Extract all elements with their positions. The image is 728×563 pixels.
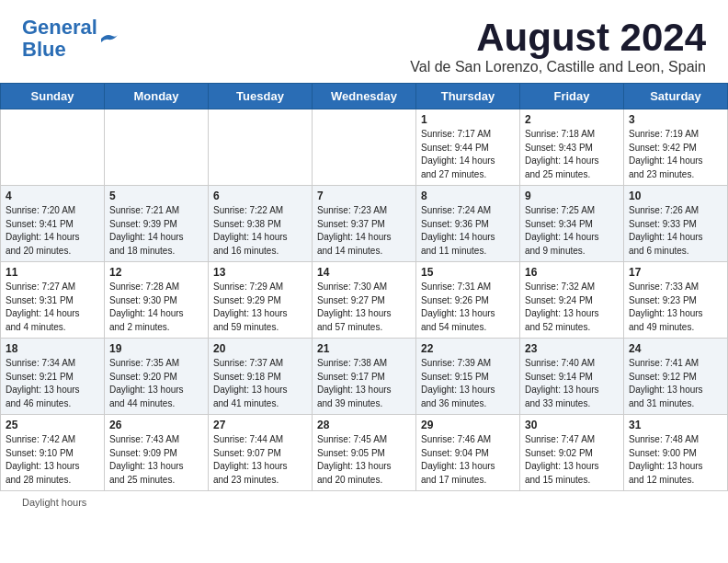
day-info: Sunrise: 7:42 AM Sunset: 9:10 PM Dayligh… [6, 433, 99, 487]
day-info: Sunrise: 7:48 AM Sunset: 9:00 PM Dayligh… [629, 433, 722, 487]
day-number: 9 [525, 190, 619, 202]
calendar-week-row: 1Sunrise: 7:17 AM Sunset: 9:44 PM Daylig… [1, 109, 728, 186]
calendar-cell: 13Sunrise: 7:29 AM Sunset: 9:29 PM Dayli… [209, 262, 313, 339]
header-day-thursday: Thursday [416, 84, 520, 109]
calendar-cell: 21Sunrise: 7:38 AM Sunset: 9:17 PM Dayli… [313, 339, 416, 415]
footer: Daylight hours [0, 491, 728, 513]
calendar-cell: 1Sunrise: 7:17 AM Sunset: 9:44 PM Daylig… [416, 109, 520, 186]
day-number: 22 [421, 342, 515, 355]
day-info: Sunrise: 7:30 AM Sunset: 9:27 PM Dayligh… [317, 281, 411, 334]
day-info: Sunrise: 7:35 AM Sunset: 9:20 PM Dayligh… [109, 357, 203, 410]
location: Val de San Lorenzo, Castille and Leon, S… [410, 59, 706, 75]
day-number: 8 [421, 190, 515, 202]
calendar-cell: 9Sunrise: 7:25 AM Sunset: 9:34 PM Daylig… [520, 186, 624, 262]
calendar-cell: 22Sunrise: 7:39 AM Sunset: 9:15 PM Dayli… [416, 339, 520, 415]
header-day-friday: Friday [520, 84, 624, 109]
day-info: Sunrise: 7:32 AM Sunset: 9:24 PM Dayligh… [525, 281, 619, 334]
calendar-body: 1Sunrise: 7:17 AM Sunset: 9:44 PM Daylig… [1, 109, 728, 491]
header-day-wednesday: Wednesday [313, 84, 416, 109]
day-number: 31 [629, 419, 722, 431]
calendar-cell: 17Sunrise: 7:33 AM Sunset: 9:23 PM Dayli… [624, 262, 728, 339]
day-number: 23 [525, 342, 619, 355]
calendar-cell: 23Sunrise: 7:40 AM Sunset: 9:14 PM Dayli… [520, 339, 624, 415]
day-number: 15 [421, 266, 515, 279]
day-info: Sunrise: 7:46 AM Sunset: 9:04 PM Dayligh… [421, 433, 515, 487]
header-day-sunday: Sunday [1, 84, 105, 109]
day-number: 16 [525, 266, 619, 279]
day-info: Sunrise: 7:25 AM Sunset: 9:34 PM Dayligh… [525, 204, 619, 258]
day-number: 2 [525, 113, 619, 126]
day-number: 4 [6, 190, 99, 202]
calendar-cell: 18Sunrise: 7:34 AM Sunset: 9:21 PM Dayli… [1, 339, 105, 415]
calendar-cell: 31Sunrise: 7:48 AM Sunset: 9:00 PM Dayli… [624, 415, 728, 491]
day-number: 29 [421, 419, 515, 431]
day-number: 17 [629, 266, 722, 279]
calendar-table: SundayMondayTuesdayWednesdayThursdayFrid… [0, 83, 728, 491]
calendar-cell: 26Sunrise: 7:43 AM Sunset: 9:09 PM Dayli… [105, 415, 209, 491]
day-info: Sunrise: 7:41 AM Sunset: 9:12 PM Dayligh… [629, 357, 722, 410]
header-day-saturday: Saturday [624, 84, 728, 109]
day-number: 12 [109, 266, 203, 279]
calendar-week-row: 25Sunrise: 7:42 AM Sunset: 9:10 PM Dayli… [1, 415, 728, 491]
calendar-cell: 12Sunrise: 7:28 AM Sunset: 9:30 PM Dayli… [105, 262, 209, 339]
day-info: Sunrise: 7:18 AM Sunset: 9:43 PM Dayligh… [525, 128, 619, 181]
day-info: Sunrise: 7:20 AM Sunset: 9:41 PM Dayligh… [6, 204, 99, 258]
calendar-cell: 11Sunrise: 7:27 AM Sunset: 9:31 PM Dayli… [1, 262, 105, 339]
header-day-tuesday: Tuesday [209, 84, 313, 109]
calendar-cell [1, 109, 105, 186]
calendar-cell: 15Sunrise: 7:31 AM Sunset: 9:26 PM Dayli… [416, 262, 520, 339]
day-info: Sunrise: 7:40 AM Sunset: 9:14 PM Dayligh… [525, 357, 619, 410]
day-info: Sunrise: 7:29 AM Sunset: 9:29 PM Dayligh… [213, 281, 307, 334]
day-number: 1 [421, 113, 515, 126]
day-number: 24 [629, 342, 722, 355]
calendar-cell: 10Sunrise: 7:26 AM Sunset: 9:33 PM Dayli… [624, 186, 728, 262]
day-number: 13 [213, 266, 307, 279]
day-number: 3 [629, 113, 722, 126]
page-header: GeneralBlue August 2024 Val de San Loren… [0, 0, 728, 83]
day-number: 27 [213, 419, 307, 431]
day-info: Sunrise: 7:26 AM Sunset: 9:33 PM Dayligh… [629, 204, 722, 258]
day-info: Sunrise: 7:31 AM Sunset: 9:26 PM Dayligh… [421, 281, 515, 334]
day-info: Sunrise: 7:23 AM Sunset: 9:37 PM Dayligh… [317, 204, 411, 258]
day-number: 14 [317, 266, 411, 279]
calendar-cell: 4Sunrise: 7:20 AM Sunset: 9:41 PM Daylig… [1, 186, 105, 262]
day-info: Sunrise: 7:43 AM Sunset: 9:09 PM Dayligh… [109, 433, 203, 487]
day-number: 21 [317, 342, 411, 355]
day-info: Sunrise: 7:21 AM Sunset: 9:39 PM Dayligh… [109, 204, 203, 258]
calendar-cell: 16Sunrise: 7:32 AM Sunset: 9:24 PM Dayli… [520, 262, 624, 339]
day-number: 25 [6, 419, 99, 431]
day-info: Sunrise: 7:34 AM Sunset: 9:21 PM Dayligh… [6, 357, 99, 410]
calendar-cell: 28Sunrise: 7:45 AM Sunset: 9:05 PM Dayli… [313, 415, 416, 491]
calendar-cell [313, 109, 416, 186]
calendar-cell: 29Sunrise: 7:46 AM Sunset: 9:04 PM Dayli… [416, 415, 520, 491]
calendar-cell: 27Sunrise: 7:44 AM Sunset: 9:07 PM Dayli… [209, 415, 313, 491]
day-number: 11 [6, 266, 99, 279]
calendar-cell: 3Sunrise: 7:19 AM Sunset: 9:42 PM Daylig… [624, 109, 728, 186]
day-number: 10 [629, 190, 722, 202]
day-number: 20 [213, 342, 307, 355]
logo-bird-icon [99, 31, 119, 48]
day-info: Sunrise: 7:27 AM Sunset: 9:31 PM Dayligh… [6, 281, 99, 334]
calendar-cell: 8Sunrise: 7:24 AM Sunset: 9:36 PM Daylig… [416, 186, 520, 262]
day-number: 28 [317, 419, 411, 431]
day-info: Sunrise: 7:17 AM Sunset: 9:44 PM Dayligh… [421, 128, 515, 181]
calendar-cell: 2Sunrise: 7:18 AM Sunset: 9:43 PM Daylig… [520, 109, 624, 186]
calendar-cell: 14Sunrise: 7:30 AM Sunset: 9:27 PM Dayli… [313, 262, 416, 339]
day-info: Sunrise: 7:37 AM Sunset: 9:18 PM Dayligh… [213, 357, 307, 410]
day-info: Sunrise: 7:33 AM Sunset: 9:23 PM Dayligh… [629, 281, 722, 334]
calendar-week-row: 11Sunrise: 7:27 AM Sunset: 9:31 PM Dayli… [1, 262, 728, 339]
calendar-cell: 25Sunrise: 7:42 AM Sunset: 9:10 PM Dayli… [1, 415, 105, 491]
logo-text: GeneralBlue [22, 17, 97, 61]
daylight-label: Daylight hours [22, 497, 86, 508]
calendar-cell: 5Sunrise: 7:21 AM Sunset: 9:39 PM Daylig… [105, 186, 209, 262]
day-info: Sunrise: 7:39 AM Sunset: 9:15 PM Dayligh… [421, 357, 515, 410]
day-info: Sunrise: 7:19 AM Sunset: 9:42 PM Dayligh… [629, 128, 722, 181]
day-number: 6 [213, 190, 307, 202]
day-number: 5 [109, 190, 203, 202]
header-day-monday: Monday [105, 84, 209, 109]
day-number: 30 [525, 419, 619, 431]
day-info: Sunrise: 7:45 AM Sunset: 9:05 PM Dayligh… [317, 433, 411, 487]
calendar-cell: 20Sunrise: 7:37 AM Sunset: 9:18 PM Dayli… [209, 339, 313, 415]
calendar-cell [209, 109, 313, 186]
month-title: August 2024 [410, 17, 706, 59]
